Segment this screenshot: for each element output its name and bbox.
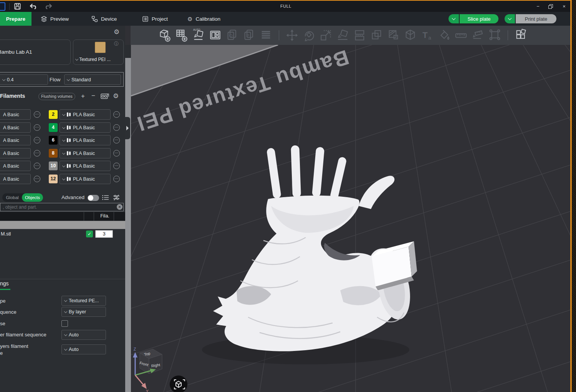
filament-ellipsis-icon[interactable]: ···: [34, 124, 40, 131]
tab-project[interactable]: Project: [142, 12, 168, 26]
scale-icon[interactable]: [319, 28, 332, 43]
panel-collapse-handle[interactable]: [125, 117, 130, 139]
title-bar: FULL − ×: [0, 1, 572, 12]
scene-viewport[interactable]: Bambu Textured PEI: [125, 26, 571, 392]
filament-ellipsis-icon[interactable]: ···: [113, 111, 120, 118]
advanced-label: Advanced: [61, 194, 84, 200]
filament-ellipsis-icon[interactable]: ···: [113, 163, 120, 169]
first-layer-sequence-select[interactable]: Auto: [61, 330, 106, 340]
add-filament-icon[interactable]: +: [81, 93, 85, 99]
clone-object-icon[interactable]: O: [226, 28, 238, 43]
filament-select[interactable]: PLA Basic: [60, 161, 111, 171]
remove-filament-icon[interactable]: −: [91, 92, 95, 99]
filament-name: PLA Basic: [73, 176, 95, 182]
scope-objects[interactable]: Objects: [22, 193, 43, 202]
plate-type-card[interactable]: ⓘ Textured PEI ...: [73, 40, 124, 65]
frame-icon[interactable]: [488, 28, 501, 43]
tab-preview[interactable]: Preview: [41, 12, 69, 26]
filament-ellipsis-icon[interactable]: ···: [113, 124, 120, 131]
filament-ellipsis-icon[interactable]: ···: [34, 176, 40, 182]
print-sequence-select[interactable]: By layer: [61, 307, 106, 317]
flow-select[interactable]: Standard: [64, 74, 121, 85]
filament-ellipsis-icon[interactable]: ···: [113, 150, 120, 156]
tab-device[interactable]: Device: [91, 12, 117, 26]
print-options-button[interactable]: [505, 14, 515, 23]
flushing-volumes-button[interactable]: Flushing volumes: [38, 93, 75, 100]
filament-left-select[interactable]: A Basic: [0, 109, 31, 120]
split-icon[interactable]: [353, 28, 366, 43]
add-object-icon[interactable]: [158, 28, 171, 43]
add-text-icon[interactable]: Ta: [421, 28, 434, 43]
hollow-icon[interactable]: [387, 28, 400, 43]
boolean-icon[interactable]: [370, 28, 383, 43]
filament-ellipsis-icon[interactable]: ···: [113, 176, 120, 182]
object-filament-cell[interactable]: 3: [95, 230, 113, 238]
filament-ellipsis-icon[interactable]: ···: [34, 150, 40, 156]
filament-ellipsis-icon[interactable]: ···: [34, 111, 40, 118]
filament-ellipsis-icon[interactable]: ···: [34, 137, 40, 143]
filament-chip[interactable]: 10: [49, 161, 58, 170]
filament-select[interactable]: PLA Basic: [60, 174, 111, 184]
filament-chip[interactable]: 2: [49, 110, 58, 119]
object-search-input[interactable]: , object and part.: [0, 203, 124, 211]
setting-value: Auto: [69, 332, 79, 338]
slice-options-button[interactable]: [449, 14, 459, 23]
clone-plate-icon[interactable]: P: [243, 28, 255, 43]
plate-row[interactable]: [0, 221, 125, 229]
spiral-vase-checkbox[interactable]: [61, 320, 68, 327]
filament-settings-gear-icon[interactable]: ⚙: [113, 93, 119, 99]
filament-left-select[interactable]: A Basic: [0, 148, 31, 158]
filament-ellipsis-icon[interactable]: ···: [34, 163, 40, 169]
plate-side-gap: [125, 45, 131, 58]
search-clear-icon[interactable]: ×: [117, 204, 122, 210]
filament-left-select[interactable]: A Basic: [0, 161, 31, 171]
other-layers-sequence-select[interactable]: Auto: [61, 344, 106, 354]
info-icon[interactable]: ⓘ: [114, 41, 119, 47]
seam-icon[interactable]: [472, 28, 484, 43]
ams-icon[interactable]: [101, 93, 109, 100]
auto-orient-icon[interactable]: AUTO: [192, 28, 205, 43]
layers-list-icon[interactable]: [260, 28, 272, 43]
filament-chip[interactable]: 6: [49, 136, 58, 145]
scope-global[interactable]: Global: [3, 193, 22, 202]
rotate-icon[interactable]: [303, 28, 315, 43]
tab-prepare[interactable]: Prepare: [0, 12, 31, 26]
filament-chip[interactable]: 4: [49, 123, 58, 132]
lay-on-face-icon[interactable]: [336, 28, 349, 43]
filament-chip[interactable]: 12: [49, 175, 58, 183]
filter-settings-icon[interactable]: [113, 194, 120, 201]
printer-name: Bambu Lab A1: [0, 49, 32, 55]
paint-icon[interactable]: [438, 28, 450, 43]
chevron-down-icon: [64, 310, 67, 313]
printer-card[interactable]: Bambu Lab A1: [0, 40, 71, 65]
plate-type-select[interactable]: Textured PE...: [61, 296, 106, 306]
filament-ellipsis-icon[interactable]: ···: [113, 137, 120, 143]
nozzle-select[interactable]: 0.4: [0, 74, 48, 85]
filament-left-select[interactable]: A Basic: [0, 122, 31, 133]
filament-select[interactable]: PLA Basic: [60, 122, 111, 133]
flow-value: Standard: [71, 77, 91, 82]
slice-plate-button[interactable]: Slice plate: [460, 14, 498, 23]
split-to-parts-icon[interactable]: [515, 28, 527, 43]
close-button[interactable]: ×: [561, 3, 568, 10]
filament-name: A Basic: [3, 176, 19, 182]
filament-chip[interactable]: 8: [49, 149, 58, 158]
move-icon[interactable]: [286, 28, 298, 43]
measure-icon[interactable]: [455, 28, 467, 43]
filament-select[interactable]: PLA Basic: [60, 148, 111, 158]
object-checkbox[interactable]: ✓: [86, 231, 93, 237]
filament-select[interactable]: PLA Basic: [60, 135, 111, 145]
list-view-icon[interactable]: [102, 194, 109, 201]
advanced-toggle[interactable]: [88, 195, 99, 201]
restore-button[interactable]: [548, 3, 554, 10]
tab-calibration[interactable]: ⚙ Calibration: [187, 12, 220, 26]
add-plate-icon[interactable]: [175, 28, 188, 43]
arrange-icon[interactable]: [209, 28, 222, 43]
filament-left-select[interactable]: A Basic: [0, 174, 31, 184]
printer-settings-gear-icon[interactable]: ⚙: [114, 29, 119, 35]
filament-left-select[interactable]: A Basic: [0, 135, 31, 145]
filament-select[interactable]: PLA Basic: [60, 109, 111, 120]
minimize-button[interactable]: −: [535, 3, 541, 10]
print-plate-button[interactable]: Print plate: [516, 14, 556, 23]
mesh-cube-icon[interactable]: [404, 28, 417, 43]
